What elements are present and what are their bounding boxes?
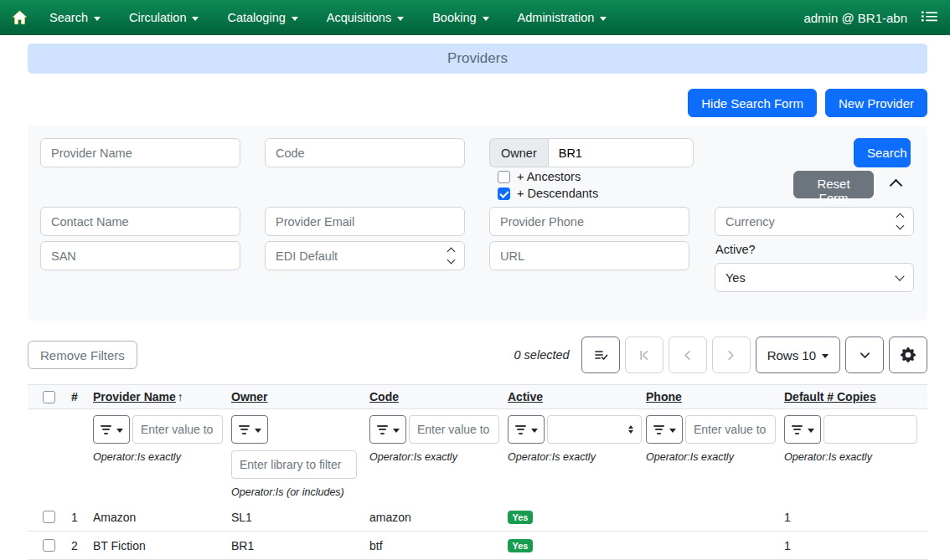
owner-column-header[interactable]: Owner — [231, 390, 369, 403]
ancestors-checkbox-row[interactable]: + Ancestors — [498, 170, 581, 183]
phone-filter-button[interactable] — [646, 415, 683, 444]
chevron-down-icon — [859, 349, 871, 362]
nav-menu-cataloging[interactable]: Cataloging — [227, 11, 297, 24]
row-checkbox[interactable] — [43, 539, 55, 552]
remove-filters-button[interactable]: Remove Filters — [28, 341, 137, 369]
chevron-down-icon — [192, 17, 199, 21]
edi-default-combobox[interactable]: EDI Default — [265, 241, 465, 270]
filter-icon — [515, 425, 526, 434]
next-page-button[interactable] — [712, 337, 751, 373]
contact-name-field[interactable] — [40, 207, 240, 236]
table-row[interactable]: 1 Amazon SL1 amazon Yes 1 — [28, 503, 927, 532]
default-copies-filter-input[interactable] — [824, 415, 917, 444]
select-all-checkbox[interactable] — [43, 391, 55, 403]
chevron-down-icon — [483, 17, 489, 21]
combobox-updown-icon — [897, 212, 903, 231]
cell-default-copies: 1 — [784, 511, 927, 524]
nav-menu-booking[interactable]: Booking — [432, 11, 488, 24]
default-copies-filter-button[interactable] — [784, 415, 821, 444]
first-page-button[interactable] — [625, 337, 663, 373]
providers-grid: # Provider Name↑ Owner Code Active Phone… — [28, 384, 927, 560]
gear-icon — [901, 347, 916, 362]
phone-filter-input[interactable] — [685, 415, 776, 444]
nav-menu-label: Search — [49, 11, 88, 24]
rows-per-page-dropdown[interactable]: Rows 10 — [756, 337, 840, 373]
provider-email-field[interactable] — [265, 207, 465, 236]
currency-combobox[interactable]: Currency — [715, 207, 914, 236]
nav-menu-acquisitions[interactable]: Acquisitions — [327, 11, 404, 24]
provider-name-column-header[interactable]: Provider Name↑ — [93, 390, 231, 403]
new-provider-button[interactable]: New Provider — [825, 89, 927, 117]
provider-phone-field[interactable] — [489, 207, 689, 236]
chevron-down-icon — [94, 17, 101, 21]
phone-column-header[interactable]: Phone — [646, 390, 784, 403]
code-field[interactable] — [265, 138, 465, 167]
owner-filter-button[interactable] — [231, 415, 268, 444]
active-filter-cell: Operator:Is exactly — [508, 415, 646, 463]
provider-name-header-link[interactable]: Provider Name — [93, 390, 176, 403]
ancestors-checkbox[interactable] — [498, 171, 510, 183]
active-header-link[interactable]: Active — [508, 390, 543, 403]
reset-form-button[interactable]: Reset Form — [793, 171, 874, 198]
caret-down-icon — [808, 429, 814, 433]
collapse-form-chevron-up-icon[interactable] — [890, 179, 903, 193]
nav-menu-label: Circulation — [129, 11, 187, 24]
provider-name-filter-button[interactable] — [93, 415, 130, 444]
owner-header-link[interactable]: Owner — [231, 390, 268, 403]
filter-operator-label: Operator:Is exactly — [369, 451, 508, 463]
code-header-link[interactable]: Code — [369, 390, 399, 403]
cell-owner: SL1 — [231, 511, 369, 524]
logged-in-user[interactable]: admin @ BR1-abn — [803, 11, 907, 25]
home-icon[interactable] — [12, 10, 28, 25]
nav-menu-label: Cataloging — [227, 11, 285, 24]
table-row[interactable]: 2 BT Fiction BR1 btf Yes 1 — [28, 532, 927, 560]
owner-field-group: Owner — [489, 138, 694, 167]
active-select[interactable]: Yes — [715, 263, 914, 292]
code-column-header[interactable]: Code — [369, 390, 508, 403]
active-column-header[interactable]: Active — [508, 390, 646, 403]
descendants-checkbox-row[interactable]: + Descendants — [498, 187, 598, 200]
phone-header-link[interactable]: Phone — [646, 390, 682, 403]
cell-active: Yes — [508, 538, 646, 553]
previous-page-button[interactable] — [669, 337, 707, 373]
default-copies-column-header[interactable]: Default # Copies — [784, 390, 927, 403]
nav-menu-circulation[interactable]: Circulation — [129, 11, 199, 24]
hide-search-form-button[interactable]: Hide Search Form — [688, 89, 817, 117]
url-field[interactable] — [489, 241, 689, 270]
owner-label: Owner — [489, 138, 548, 167]
provider-name-field[interactable] — [40, 138, 240, 167]
page-title: Providers — [28, 44, 927, 74]
code-filter-input[interactable] — [409, 415, 499, 444]
provider-search-form: Owner Search + Ancestors + Descendants R… — [28, 126, 927, 321]
active-filter-button[interactable] — [508, 415, 545, 444]
edi-default-placeholder: EDI Default — [276, 249, 448, 263]
active-filter-select[interactable] — [547, 415, 642, 444]
caret-down-icon — [393, 429, 400, 433]
grid-settings-button[interactable] — [889, 337, 927, 373]
workstation-list-icon[interactable] — [921, 9, 938, 26]
descendants-checkbox[interactable] — [498, 188, 510, 200]
owner-field[interactable] — [548, 138, 694, 167]
san-field[interactable] — [40, 241, 240, 270]
select-updown-icon — [628, 425, 633, 434]
sort-ascending-icon: ↑ — [178, 390, 183, 403]
caret-down-icon — [669, 429, 676, 433]
row-checkbox[interactable] — [43, 511, 55, 523]
search-button[interactable]: Search — [854, 138, 911, 167]
owner-filter-cell: Operator:Is (or includes) — [231, 415, 369, 498]
provider-name-filter-input[interactable] — [132, 415, 223, 444]
active-select-value: Yes — [725, 271, 896, 285]
active-label: Active? — [715, 243, 756, 256]
ancestors-label: + Ancestors — [517, 170, 581, 183]
owner-filter-input[interactable] — [231, 450, 357, 479]
row-number-header: # — [71, 390, 93, 403]
nav-menu-administration[interactable]: Administration — [518, 11, 607, 24]
filter-icon — [653, 425, 664, 434]
list-check-icon — [593, 348, 608, 362]
grid-menu-button[interactable] — [845, 337, 884, 373]
code-filter-button[interactable] — [369, 415, 406, 444]
select-actions-button[interactable] — [581, 337, 620, 373]
cell-code: amazon — [369, 511, 508, 524]
default-copies-header-link[interactable]: Default # Copies — [784, 390, 876, 403]
nav-menu-search[interactable]: Search — [49, 11, 101, 24]
